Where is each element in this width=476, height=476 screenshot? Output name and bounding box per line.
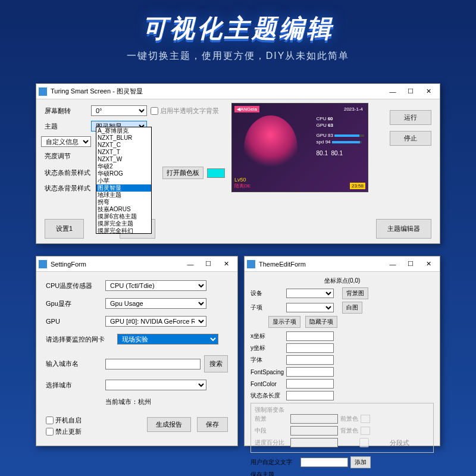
gpu-select[interactable]: GPU [#0]: NVIDIA GeForce RTX bbox=[105, 316, 206, 327]
close-button[interactable]: ✕ bbox=[419, 258, 437, 271]
search-button[interactable]: 搜索 bbox=[204, 355, 228, 372]
current-city: 当前城市：杭州 bbox=[105, 397, 151, 406]
fg-style-label: 状态条前景样式 bbox=[45, 168, 96, 177]
save-button[interactable]: 保存 bbox=[197, 417, 228, 432]
maximize-button[interactable]: ☐ bbox=[402, 258, 419, 271]
minimize-button[interactable]: — bbox=[181, 258, 199, 271]
theme-option[interactable]: NZXT_BLUR bbox=[96, 134, 151, 142]
maximize-button[interactable]: ☐ bbox=[199, 258, 217, 271]
close-button[interactable]: ✕ bbox=[419, 85, 437, 98]
show-child-button[interactable]: 显示子项 bbox=[268, 316, 300, 328]
y-label: y坐标 bbox=[250, 344, 284, 352]
theme-option[interactable]: NZXT_C bbox=[96, 142, 151, 149]
city-input-label: 输入城市名 bbox=[46, 359, 105, 368]
fontspacing-input[interactable] bbox=[286, 367, 334, 377]
gradient-fieldset: 强制渐变条 前景 前景色 中段 背景色 进度百分比 分段式 bbox=[250, 403, 434, 453]
transparent-checkbox[interactable]: 启用半透明文字背景 bbox=[151, 107, 219, 115]
window-title: ThemeEditForm bbox=[259, 261, 384, 268]
device-select[interactable] bbox=[286, 289, 334, 298]
app-icon bbox=[247, 260, 255, 268]
theme-edit-window: ThemeEditForm — ☐ ✕ 坐标原点(0,0) 设备 背景图 子项 … bbox=[244, 256, 440, 446]
bg2-button[interactable]: 白图 bbox=[342, 302, 362, 314]
theme-option[interactable]: 华硕ROG bbox=[96, 170, 151, 177]
theme-option[interactable]: 摸屏6宫格主题 bbox=[96, 213, 151, 220]
run-button[interactable]: 运行 bbox=[390, 110, 431, 125]
report-button[interactable]: 生成报告 bbox=[147, 417, 191, 432]
window-title: SettingForm bbox=[51, 261, 181, 268]
custom-info-select[interactable]: 自定义信息1 bbox=[41, 136, 91, 147]
font-input[interactable] bbox=[286, 355, 334, 365]
close-button[interactable]: ✕ bbox=[217, 258, 235, 271]
theme-option[interactable]: 小苹 bbox=[96, 177, 151, 184]
color-swatch[interactable] bbox=[207, 168, 225, 178]
hide-child-button[interactable]: 隐藏子项 bbox=[305, 316, 337, 328]
autostart-checkbox[interactable]: 开机自启 bbox=[46, 416, 82, 425]
y-input[interactable] bbox=[286, 343, 334, 353]
cpu-sensor-label: CPU温度传感器 bbox=[46, 281, 105, 290]
grad-label: 强制渐变条 bbox=[255, 406, 430, 414]
add-button[interactable]: 添加 bbox=[350, 456, 371, 468]
theme-option[interactable]: 技嘉AORUS bbox=[96, 206, 151, 213]
titlebar: SettingForm — ☐ ✕ bbox=[36, 256, 237, 272]
origin-label: 坐标原点(0,0) bbox=[250, 277, 434, 285]
choose-city-label: 选择城市 bbox=[46, 381, 105, 390]
x-label: x坐标 bbox=[250, 332, 284, 340]
net-label: 请选择要监控的网卡 bbox=[46, 335, 117, 344]
theme-option[interactable]: 图灵智显 bbox=[96, 184, 151, 192]
fg-label: 前景 bbox=[255, 415, 288, 423]
window-title: Turing Smart Screen - 图灵智显 bbox=[51, 87, 384, 96]
minimize-button[interactable]: — bbox=[384, 85, 402, 98]
fontspacing-label: FontSpacing bbox=[250, 369, 284, 375]
theme-option[interactable]: 拐弯 bbox=[96, 199, 151, 206]
maximize-button[interactable]: ☐ bbox=[402, 85, 419, 98]
settings-button-1[interactable]: 设置1 bbox=[45, 219, 84, 239]
setting-form-window: SettingForm — ☐ ✕ CPU温度传感器CPU (Tctl/Tdie… bbox=[36, 256, 238, 446]
bgc-swatch[interactable] bbox=[361, 427, 370, 435]
x-input[interactable] bbox=[286, 331, 334, 341]
theme-editor-button[interactable]: 主题编辑器 bbox=[376, 219, 431, 239]
preview-sub: 陆离DE bbox=[234, 183, 250, 189]
pct-input[interactable] bbox=[290, 438, 338, 447]
device-label: 设备 bbox=[250, 289, 284, 298]
rotate-select[interactable]: 0° bbox=[91, 105, 147, 116]
gpu-mem-select[interactable]: Gpu Usage bbox=[105, 298, 206, 309]
app-icon bbox=[39, 260, 47, 268]
theme-option[interactable]: 华硕2 bbox=[96, 163, 151, 170]
minimize-button[interactable]: — bbox=[384, 258, 402, 271]
theme-option[interactable]: NZXT_T bbox=[96, 149, 151, 156]
preview-user: ◀ANGela bbox=[234, 106, 259, 112]
app-icon bbox=[39, 87, 47, 96]
theme-option[interactable]: 摸屏完全科幻 bbox=[96, 227, 151, 234]
custom-text-label: 用户自定义文字 bbox=[250, 458, 298, 466]
fontcolor-input[interactable] bbox=[286, 379, 334, 389]
font-label: 字体 bbox=[250, 356, 284, 364]
bg-style-label: 状态条背景样式 bbox=[45, 184, 96, 193]
noupdate-checkbox[interactable]: 禁止更新 bbox=[46, 427, 82, 436]
net-select[interactable]: 现场实验 bbox=[117, 334, 218, 345]
stop-button[interactable]: 停止 bbox=[390, 131, 431, 146]
fgc-swatch[interactable] bbox=[361, 415, 370, 423]
child-select[interactable] bbox=[286, 303, 334, 312]
barlen-input[interactable] bbox=[286, 391, 334, 400]
split-checkbox[interactable]: 分段式 bbox=[340, 438, 409, 447]
fg-input[interactable] bbox=[290, 414, 338, 424]
gpu-label: GPU bbox=[46, 318, 105, 325]
theme-option[interactable]: NZXT_W bbox=[96, 156, 151, 163]
theme-option[interactable]: 地球主题 bbox=[96, 192, 151, 199]
rotate-label: 屏幕翻转 bbox=[45, 107, 87, 115]
theme-label: 主题 bbox=[45, 122, 87, 131]
custom-text-input[interactable] bbox=[300, 458, 348, 467]
city-input[interactable] bbox=[105, 359, 201, 369]
city-select[interactable] bbox=[105, 380, 206, 390]
main-window: Turing Smart Screen - 图灵智显 — ☐ ✕ 屏幕翻转 0°… bbox=[36, 83, 440, 244]
cpu-sensor-select[interactable]: CPU (Tctl/Tdie) bbox=[105, 280, 206, 291]
palette-button[interactable]: 打开颜色板 bbox=[162, 167, 203, 179]
theme-preview: ◀ANGela 2023-1-4 CPU 60 GPU 63 GPU 83 sp… bbox=[231, 103, 368, 192]
bg-button[interactable]: 背景图 bbox=[342, 287, 368, 299]
mid-input[interactable] bbox=[290, 426, 338, 436]
theme-option[interactable]: A_赛博朋克 bbox=[96, 127, 151, 134]
barlen-label: 状态条长度 bbox=[250, 392, 284, 400]
theme-option[interactable]: 摸屏完全主题 bbox=[96, 220, 151, 227]
theme-dropdown-list[interactable]: A_赛博朋克NZXT_BLURNZXT_CNZXT_TNZXT_W华硕2华硕RO… bbox=[96, 127, 152, 234]
preview-date: 2023-1-4 bbox=[342, 106, 365, 112]
